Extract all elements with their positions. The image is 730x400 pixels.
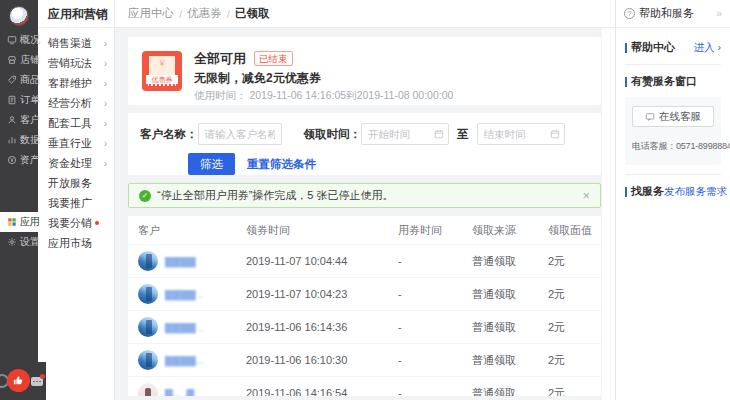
rail-item-customers[interactable]: 客户 xyxy=(0,110,38,130)
sidebar-item-business-analysis[interactable]: 经营分析› xyxy=(38,93,114,113)
claim-value: 2元 xyxy=(548,353,601,368)
reset-filters-link[interactable]: 重置筛选条件 xyxy=(247,157,316,172)
main-content: ¥ 优惠券 全部可用 已结束 无限制，减免2元优惠券 使用时间： 2019-11… xyxy=(115,28,602,400)
rail-item-shop[interactable]: 店铺 xyxy=(0,50,38,70)
sidebar-item-marketing-play[interactable]: 营销玩法› xyxy=(38,53,114,73)
alert-close-icon[interactable]: × xyxy=(582,189,590,202)
overview-icon xyxy=(7,35,17,45)
rail-item-settings[interactable]: 设置 xyxy=(0,232,38,252)
bar-chart-icon xyxy=(7,135,17,145)
apps-grid-icon xyxy=(7,217,17,227)
filter-card: 客户名称： 领取时间： 至 筛选 重置筛选条件 xyxy=(128,113,601,175)
check-circle-icon: ✓ xyxy=(139,190,151,202)
customer-name-masked[interactable]: ▇▇▇▇ .. xyxy=(165,322,204,333)
sidebar-item-customer-care[interactable]: 客群维护› xyxy=(38,73,114,93)
breadcrumb-claimed: 已领取 xyxy=(235,6,270,21)
service-box: 在线客服 电话客服：0571-89988848 xyxy=(625,97,721,165)
table-row[interactable]: ▇▇▇▇ .. 2019-11-07 10:04:23 - 普通领取 2元 xyxy=(128,277,601,310)
status-badge: 已结束 xyxy=(254,51,293,66)
claim-source: 普通领取 xyxy=(472,353,548,368)
col-customer: 客户 xyxy=(138,223,246,238)
question-circle-icon: ? xyxy=(624,8,635,19)
use-time: - xyxy=(398,255,472,267)
claim-value: 2元 xyxy=(548,287,601,302)
table-row[interactable]: ▇▇▇▇ 2019-11-07 10:04:44 - 普通领取 2元 xyxy=(128,244,601,277)
chevron-right-icon: › xyxy=(104,98,107,109)
rail-item-label: 概况 xyxy=(20,33,40,47)
col-claim-time: 领券时间 xyxy=(246,223,398,238)
person-icon xyxy=(7,115,17,125)
coupon-icon: ¥ 优惠券 xyxy=(142,51,182,91)
thumbs-up-button[interactable] xyxy=(7,369,30,392)
rail-item-overview[interactable]: 概况 xyxy=(0,30,38,50)
customer-name-input[interactable] xyxy=(198,123,282,145)
sidebar-item-distribution[interactable]: 我要分销 xyxy=(38,213,114,233)
phone-support-number: 电话客服：0571-89988848 xyxy=(632,140,714,153)
rail-item-assets[interactable]: 资产 xyxy=(0,150,38,170)
claim-source: 普通领取 xyxy=(472,320,548,335)
customer-avatar xyxy=(138,284,158,304)
user-avatar[interactable] xyxy=(9,6,29,26)
claim-value: 2元 xyxy=(548,386,601,397)
shop-icon xyxy=(7,55,17,65)
rail-item-orders[interactable]: 订单 xyxy=(0,90,38,110)
rail-item-label: 商品 xyxy=(20,73,40,87)
rail-item-label: 设置 xyxy=(20,235,40,249)
section-accent-bar xyxy=(625,187,627,197)
chevron-right-icon: › xyxy=(104,138,107,149)
service-window-title: 有赞服务窗口 xyxy=(631,74,697,89)
collapse-panel-icon[interactable]: » xyxy=(716,8,722,19)
customer-name-masked[interactable]: ▇▇▇▇... xyxy=(165,355,204,366)
gear-icon xyxy=(7,237,17,247)
chat-bubble-button[interactable] xyxy=(31,377,43,386)
online-service-button[interactable]: 在线客服 xyxy=(632,106,714,127)
sidebar-item-sales-channels[interactable]: 销售渠道› xyxy=(38,33,114,53)
feedback-widget xyxy=(0,362,46,400)
sidebar-item-promote[interactable]: 我要推广 xyxy=(38,193,114,213)
customer-name-masked[interactable]: ▇▇▇▇ xyxy=(165,256,196,267)
tag-icon xyxy=(7,75,17,85)
apps-sidebar: 应用和营销 销售渠道› 营销玩法› 客群维护› 经营分析› 配套工具› 垂直行业… xyxy=(38,0,115,400)
sidebar-item-open-services[interactable]: 开放服务 xyxy=(38,173,114,193)
sidebar-item-support-tools[interactable]: 配套工具› xyxy=(38,113,114,133)
rail-item-goods[interactable]: 商品 xyxy=(0,70,38,90)
rail-item-apps[interactable]: 应用 xyxy=(0,212,38,232)
breadcrumb-app-center[interactable]: 应用中心 xyxy=(128,6,174,21)
chevron-right-icon: › xyxy=(104,158,107,169)
rail-group-gap xyxy=(0,170,38,212)
claim-time: 2019-11-07 10:04:44 xyxy=(246,255,398,267)
help-center-title: 帮助中心 xyxy=(631,40,675,55)
table-row[interactable]: ▇▇▇▇... 2019-11-06 16:10:30 - 普通领取 2元 xyxy=(128,343,601,376)
sidebar-item-funds-processing[interactable]: 资金处理› xyxy=(38,153,114,173)
coupon-usage-time: 使用时间： 2019-11-06 14:16:05到2019-11-08 00:… xyxy=(194,90,453,101)
col-use-time: 用券时间 xyxy=(398,223,472,238)
table-row[interactable]: ▇.., .▇ 2019-11-06 14:16:54 - 普通领取 2元 xyxy=(128,376,601,396)
rail-item-label: 资产 xyxy=(20,153,40,167)
customer-name-masked[interactable]: ▇.., .▇ xyxy=(165,388,194,397)
breadcrumb-coupons[interactable]: 优惠券 xyxy=(187,6,222,21)
customer-avatar xyxy=(138,317,158,337)
calendar-icon xyxy=(434,129,444,139)
publish-service-need-link[interactable]: 发布服务需求 › xyxy=(664,185,730,199)
table-header-row: 客户 领券时间 用券时间 领取来源 领取面值 xyxy=(128,216,601,244)
help-panel: ? 帮助和服务 » 帮助中心 进入 › 有赞服务窗口 在线客服 电话客服：057… xyxy=(615,0,730,400)
col-source: 领取来源 xyxy=(472,223,548,238)
sidebar-item-app-market[interactable]: 应用市场 xyxy=(38,233,114,253)
claim-source: 普通领取 xyxy=(472,287,548,302)
filter-button[interactable]: 筛选 xyxy=(188,153,235,175)
claim-time: 2019-11-07 10:04:23 xyxy=(246,288,398,300)
customer-name-masked[interactable]: ▇▇▇▇ .. xyxy=(165,289,204,300)
claim-time-label: 领取时间： xyxy=(304,127,362,142)
table-row[interactable]: ▇▇▇▇ .. 2019-11-06 16:14:36 - 普通领取 2元 xyxy=(128,310,601,343)
rail-item-label: 客户 xyxy=(20,113,40,127)
rail-item-label: 店铺 xyxy=(20,53,40,67)
chevron-right-icon: › xyxy=(104,78,107,89)
sidebar-title: 应用和营销 xyxy=(38,0,114,28)
find-service-title: 找服务 xyxy=(631,184,664,199)
rail-item-data[interactable]: 数据 xyxy=(0,130,38,150)
coupon-subtitle: 无限制，减免2元优惠券 xyxy=(194,72,453,84)
help-panel-title: 帮助和服务 xyxy=(639,6,694,21)
sidebar-item-vertical-industry[interactable]: 垂直行业› xyxy=(38,133,114,153)
help-center-enter-link[interactable]: 进入 › xyxy=(694,41,721,55)
use-time: - xyxy=(398,354,472,366)
